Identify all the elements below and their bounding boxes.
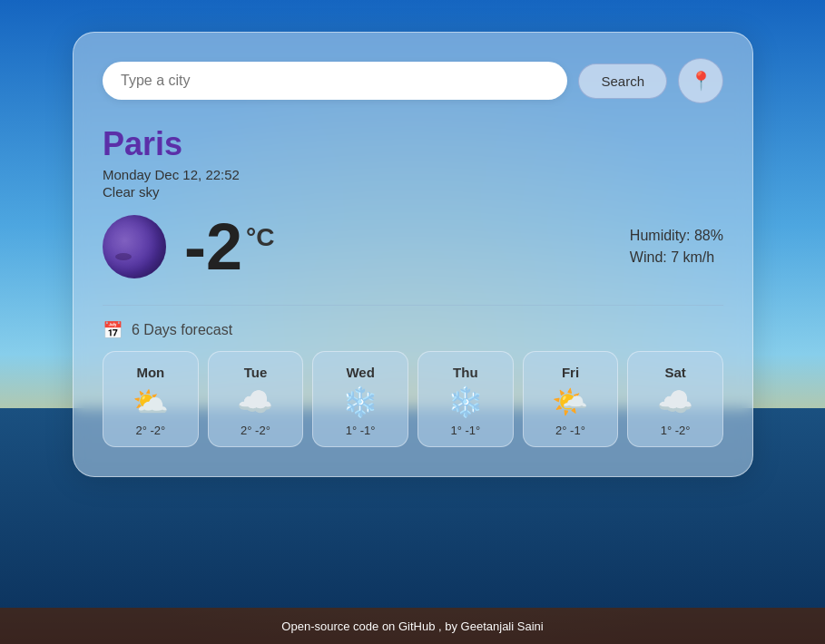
forecast-day-label: Mon [136,365,164,380]
footer: Open-source code on GitHub , by Geetanja… [0,608,825,644]
location-icon: 📍 [690,70,712,92]
forecast-label: 6 Days forecast [132,322,232,338]
humidity: Humidity: 88% [630,228,723,244]
wind: Wind: 7 km/h [630,249,723,266]
forecast-temps: 1° -1° [450,424,480,437]
temperature: -2 [184,214,242,279]
weather-details: Humidity: 88% Wind: 7 km/h [630,228,723,266]
forecast-day-card: Tue ☁️ 2° -2° [208,351,304,447]
forecast-temps: 2° -1° [555,424,585,437]
forecast-temps: 2° -2° [135,424,165,437]
forecast-day-card: Wed ❄️ 1° -1° [312,351,408,447]
forecast-day-card: Sat ☁️ 1° -2° [627,351,723,447]
forecast-temps: 1° -1° [346,424,376,437]
forecast-icon: 🌤️ [552,387,588,416]
weather-icon-area [103,215,166,278]
forecast-day-label: Tue [244,365,268,380]
datetime: Monday Dec 12, 22:52 [103,167,723,182]
forecast-icon: ☁️ [657,387,693,416]
forecast-header: 📅 6 Days forecast [103,305,723,340]
forecast-day-label: Thu [453,365,478,380]
weather-card: Search 📍 Paris Monday Dec 12, 22:52 Clea… [73,32,753,477]
footer-text: Open-source code on GitHub , by Geetanja… [281,620,543,633]
search-button[interactable]: Search [578,63,667,99]
forecast-icon: ⛅ [133,387,169,416]
current-weather: -2 °C Humidity: 88% Wind: 7 km/h [103,214,723,279]
forecast-day-card: Fri 🌤️ 2° -1° [523,351,619,447]
forecast-day-label: Wed [346,365,374,380]
temperature-unit: °C [246,223,274,252]
forecast-icon: ❄️ [342,387,378,416]
forecast-day-card: Thu ❄️ 1° -1° [417,351,514,447]
weather-condition: Clear sky [103,184,723,200]
forecast-day-label: Fri [562,365,579,380]
search-input[interactable] [103,62,567,100]
forecast-grid: Mon ⛅ 2° -2° Tue ☁️ 2° -2° Wed ❄️ 1° -1°… [103,351,723,447]
forecast-temps: 2° -2° [241,424,270,437]
calendar-icon: 📅 [103,320,123,340]
forecast-day-card: Mon ⛅ 2° -2° [103,351,199,447]
city-name: Paris [103,125,723,163]
forecast-day-label: Sat [664,365,685,380]
search-row: Search 📍 [103,58,723,103]
moon-icon [103,215,166,278]
moon-crater [115,253,132,260]
forecast-icon: ☁️ [237,387,273,416]
location-button[interactable]: 📍 [678,58,723,103]
forecast-icon: ❄️ [447,387,484,416]
forecast-temps: 1° -2° [661,424,691,437]
